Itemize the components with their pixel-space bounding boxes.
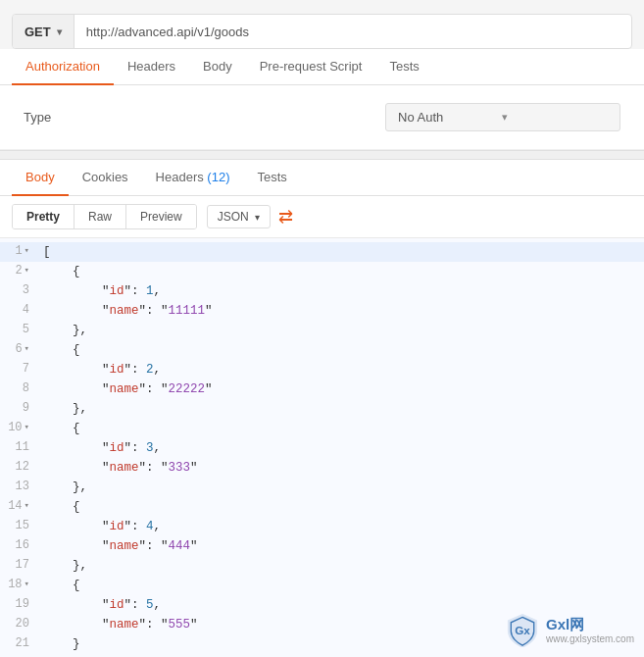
code-line: 14▾ { — [0, 497, 644, 517]
auth-type-select[interactable]: No Auth ▾ — [385, 103, 620, 131]
code-line: 8 "name": "22222" — [0, 379, 644, 399]
watermark-sub: www.gxlsystem.com — [546, 634, 634, 644]
code-content: { — [39, 497, 644, 517]
json-chevron: ▾ — [255, 212, 260, 223]
json-format-selector[interactable]: JSON ▾ — [207, 205, 271, 228]
code-line: 12 "name": "333" — [0, 458, 644, 478]
line-number: 9 — [0, 399, 39, 418]
tab-pre-request-script[interactable]: Pre-request Script — [246, 49, 376, 85]
url-input[interactable] — [74, 25, 631, 39]
line-number: 12 — [0, 458, 39, 477]
line-number: 10▾ — [0, 419, 39, 437]
code-content: "name": "444" — [39, 536, 644, 556]
line-number: 11 — [0, 438, 39, 457]
auth-type-row: Type No Auth ▾ — [0, 85, 644, 150]
code-line: 15 "id": 4, — [0, 517, 644, 536]
code-area: 1▾[2▾ {3 "id": 1,4 "name": "11111"5 },6▾… — [0, 238, 644, 657]
line-number: 4 — [0, 301, 39, 320]
method-selector[interactable]: GET ▾ — [13, 15, 74, 48]
code-line: 17 }, — [0, 556, 644, 576]
wrap-icon[interactable]: ⇄ — [278, 206, 293, 227]
code-content: }, — [39, 321, 644, 340]
line-number: 17 — [0, 556, 39, 575]
request-tabs: Authorization Headers Body Pre-request S… — [12, 49, 632, 84]
line-number: 7 — [0, 360, 39, 379]
code-content: }, — [39, 478, 644, 497]
tab-tests[interactable]: Tests — [375, 49, 432, 85]
line-number: 20 — [0, 615, 39, 633]
format-group: Pretty Raw Preview — [12, 204, 197, 229]
code-content: "name": "333" — [39, 458, 644, 478]
code-content: [ — [39, 242, 644, 262]
code-content: }, — [39, 399, 644, 419]
tab-body[interactable]: Body — [189, 49, 246, 85]
code-line: 2▾ { — [0, 262, 644, 281]
code-line: 7 "id": 2, — [0, 360, 644, 379]
watermark-text: Gxl网 — [546, 616, 634, 634]
code-content: }, — [39, 556, 644, 576]
code-line: 10▾ { — [0, 419, 644, 438]
code-content: { — [39, 262, 644, 281]
code-line: 3 "id": 1, — [0, 281, 644, 301]
line-number: 6▾ — [0, 340, 39, 359]
code-content: "name": "22222" — [39, 379, 644, 399]
pretty-button[interactable]: Pretty — [13, 205, 74, 228]
line-number: 13 — [0, 478, 39, 496]
watermark-shield-icon: Gx — [505, 612, 540, 647]
code-content: "id": 2, — [39, 360, 644, 379]
code-content: "name": "11111" — [39, 301, 644, 321]
method-chevron: ▾ — [57, 26, 62, 37]
auth-type-chevron: ▾ — [502, 111, 508, 124]
auth-type-value: No Auth — [398, 110, 443, 125]
code-line: 11 "id": 3, — [0, 438, 644, 458]
tab-authorization[interactable]: Authorization — [12, 49, 114, 85]
fold-arrow[interactable]: ▾ — [25, 421, 29, 434]
code-line: 6▾ { — [0, 340, 644, 360]
code-content: "id": 1, — [39, 281, 644, 301]
code-line: 13 }, — [0, 478, 644, 497]
svg-text:Gx: Gx — [515, 624, 530, 636]
code-content: { — [39, 340, 644, 360]
line-number: 16 — [0, 536, 39, 555]
response-body-section: Body Cookies Headers (12) Tests Pretty R… — [0, 160, 644, 657]
fold-arrow[interactable]: ▾ — [25, 244, 29, 258]
raw-button[interactable]: Raw — [74, 205, 126, 228]
line-number: 21 — [0, 634, 39, 653]
code-content: { — [39, 419, 644, 438]
code-content: { — [39, 576, 644, 595]
method-label: GET — [25, 25, 51, 39]
fold-arrow[interactable]: ▾ — [25, 499, 29, 513]
preview-button[interactable]: Preview — [126, 205, 196, 228]
request-tabs-section: Authorization Headers Body Pre-request S… — [0, 49, 644, 85]
code-line: 18▾ { — [0, 576, 644, 595]
response-tab-tests[interactable]: Tests — [243, 160, 300, 196]
section-divider — [0, 150, 644, 160]
type-label: Type — [24, 110, 141, 125]
tab-headers[interactable]: Headers — [114, 49, 189, 85]
line-number: 3 — [0, 281, 39, 300]
code-line: 4 "name": "11111" — [0, 301, 644, 321]
line-number: 15 — [0, 517, 39, 535]
line-number: 5 — [0, 321, 39, 339]
code-content: "id": 3, — [39, 438, 644, 458]
response-tab-body[interactable]: Body — [12, 160, 69, 196]
line-number: 14▾ — [0, 497, 39, 516]
line-number: 19 — [0, 595, 39, 614]
code-line: 9 }, — [0, 399, 644, 419]
fold-arrow[interactable]: ▾ — [25, 578, 29, 591]
line-number: 1▾ — [0, 242, 39, 261]
url-bar: GET ▾ — [12, 14, 632, 49]
fold-arrow[interactable]: ▾ — [25, 264, 29, 278]
response-tab-headers[interactable]: Headers (12) — [142, 160, 244, 196]
fold-arrow[interactable]: ▾ — [25, 342, 29, 356]
code-line: 1▾[ — [0, 242, 644, 262]
response-tabs: Body Cookies Headers (12) Tests — [0, 160, 644, 196]
line-number: 8 — [0, 379, 39, 398]
line-number: 18▾ — [0, 576, 39, 594]
code-line: 5 }, — [0, 321, 644, 340]
response-tab-cookies[interactable]: Cookies — [69, 160, 142, 196]
code-content: "id": 4, — [39, 517, 644, 536]
json-label: JSON — [218, 210, 249, 224]
response-toolbar: Pretty Raw Preview JSON ▾ ⇄ — [0, 196, 644, 238]
code-line: 16 "name": "444" — [0, 536, 644, 556]
